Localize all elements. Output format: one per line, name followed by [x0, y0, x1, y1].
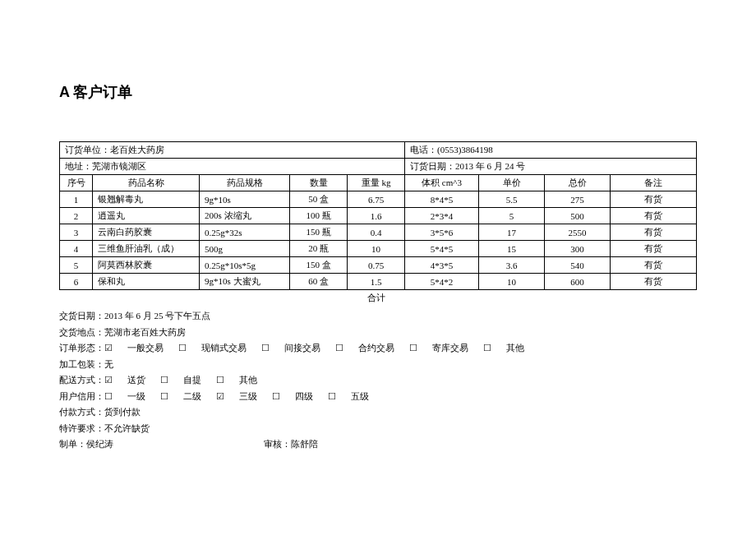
- cell-total_price: 2550: [545, 224, 611, 241]
- checkbox-option: ☐寄库交易: [409, 343, 468, 353]
- checkbox-checked-icon: ☑: [104, 341, 113, 355]
- table-row: 5阿莫西林胶囊0.25g*10s*5g150 盒0.754*3*53.6540有…: [60, 257, 697, 274]
- cell-seq: 2: [60, 208, 93, 224]
- cell-unit_price: 15: [479, 241, 545, 257]
- table-row: 6保和丸9g*10s 大蜜丸60 盒1.55*4*210600有货: [60, 274, 697, 290]
- checkbox-unchecked-icon: ☐: [409, 341, 417, 355]
- cell-weight: 1.6: [348, 208, 405, 224]
- checkbox-option: ☐二级: [160, 391, 201, 401]
- cell-weight: 6.75: [348, 191, 405, 208]
- option-label: 二级: [183, 391, 201, 401]
- checkbox-checked-icon: ☑: [104, 373, 113, 387]
- cell-total_price: 540: [545, 257, 611, 274]
- phone-label: 电话：: [410, 145, 437, 155]
- order-unit-cell: 订货单位：老百姓大药房: [60, 142, 405, 159]
- table-row: 1银翘解毒丸9g*10s50 盒6.758*4*55.5275有货: [60, 191, 697, 208]
- checkbox-unchecked-icon: ☐: [335, 341, 343, 355]
- checkbox-option: ☑送货: [104, 375, 145, 385]
- order-form-label: 订单形态：: [59, 343, 104, 353]
- preparer-value: 侯纪涛: [86, 439, 113, 449]
- col-spec: 药品规格: [200, 175, 290, 191]
- total-row: 合计: [60, 290, 697, 307]
- cell-spec: 9g*10s: [200, 191, 290, 208]
- option-label: 四级: [295, 391, 313, 401]
- cell-volume: 3*5*6: [405, 224, 479, 241]
- cell-weight: 10: [348, 241, 405, 257]
- cell-remark: 有货: [611, 257, 697, 274]
- cell-unit_price: 5.5: [479, 191, 545, 208]
- address-cell: 地址：芜湖市镜湖区: [60, 159, 405, 175]
- cell-qty: 100 瓶: [290, 208, 348, 224]
- payment: 付款方式：货到付款: [59, 405, 697, 419]
- checkbox-option: ☐四级: [272, 391, 313, 401]
- option-label: 寄库交易: [432, 343, 468, 353]
- option-label: 其他: [506, 343, 524, 353]
- checkbox-option: ☑三级: [216, 391, 257, 401]
- cell-unit_price: 3.6: [479, 257, 545, 274]
- col-remark: 备注: [611, 175, 697, 191]
- approver-label: 审核：: [264, 439, 291, 449]
- cell-qty: 150 盒: [290, 257, 348, 274]
- cell-qty: 150 瓶: [290, 224, 348, 241]
- cell-name: 银翘解毒丸: [93, 191, 200, 208]
- delivery-method-label: 配送方式：: [59, 375, 104, 385]
- address-label: 地址：: [65, 161, 92, 171]
- order-unit-label: 订货单位：: [65, 145, 110, 155]
- cell-remark: 有货: [611, 208, 697, 224]
- col-total-price: 总价: [545, 175, 611, 191]
- cell-seq: 1: [60, 191, 93, 208]
- checkbox-option: ☐其他: [216, 375, 257, 385]
- cell-total_price: 300: [545, 241, 611, 257]
- cell-seq: 3: [60, 224, 93, 241]
- checkbox-unchecked-icon: ☐: [328, 390, 336, 404]
- order-unit-value: 老百姓大药房: [110, 145, 164, 155]
- col-volume: 体积 cm^3: [405, 175, 479, 191]
- special: 特许要求：不允许缺货: [59, 422, 697, 436]
- order-header-table: 订货单位：老百姓大药房 电话：(0553)3864198 地址：芜湖市镜湖区 订…: [59, 141, 697, 306]
- cell-unit_price: 10: [479, 274, 545, 290]
- checkbox-option: ☐间接交易: [261, 343, 320, 353]
- order-date-cell: 订货日期：2013 年 6 月 24 号: [405, 159, 697, 175]
- cell-unit_price: 5: [479, 208, 545, 224]
- table-row: 3云南白药胶囊0.25g*32s150 瓶0.43*5*6172550有货: [60, 224, 697, 241]
- table-row: 4三维鱼肝油乳（成）500g20 瓶105*4*515300有货: [60, 241, 697, 257]
- address-value: 芜湖市镜湖区: [92, 161, 146, 171]
- total-label: 合计: [348, 290, 405, 307]
- checkbox-option: ☐合约交易: [335, 343, 394, 353]
- checkbox-option: ☑一般交易: [104, 343, 164, 353]
- checkbox-option: ☐五级: [328, 391, 369, 401]
- option-label: 送货: [127, 375, 145, 385]
- cell-spec: 9g*10s 大蜜丸: [200, 274, 290, 290]
- checkbox-unchecked-icon: ☐: [483, 341, 491, 355]
- credit-row: 用户信用：☐一级☐二级☑三级☐四级☐五级: [59, 390, 697, 404]
- cell-volume: 8*4*5: [405, 191, 479, 208]
- option-label: 三级: [239, 391, 257, 401]
- option-label: 合约交易: [358, 343, 394, 353]
- cell-seq: 4: [60, 241, 93, 257]
- delivery-method-row: 配送方式：☑送货☐自提☐其他: [59, 373, 697, 387]
- checkbox-unchecked-icon: ☐: [104, 390, 113, 404]
- cell-qty: 20 瓶: [290, 241, 348, 257]
- credit-label: 用户信用：: [59, 391, 104, 401]
- cell-spec: 500g: [200, 241, 290, 257]
- preparer-label: 制单：: [59, 439, 86, 449]
- cell-qty: 50 盒: [290, 191, 348, 208]
- cell-volume: 5*4*2: [405, 274, 479, 290]
- phone-value: (0553)3864198: [437, 145, 493, 155]
- checkbox-unchecked-icon: ☐: [261, 341, 270, 355]
- option-label: 其他: [239, 375, 257, 385]
- order-date-value: 2013 年 6 月 24 号: [455, 161, 525, 171]
- checkbox-unchecked-icon: ☐: [178, 341, 187, 355]
- cell-weight: 0.75: [348, 257, 405, 274]
- checkbox-option: ☐现销式交易: [178, 343, 247, 353]
- cell-spec: 0.25g*10s*5g: [200, 257, 290, 274]
- cell-total_price: 500: [545, 208, 611, 224]
- cell-seq: 5: [60, 257, 93, 274]
- order-date-label: 订货日期：: [410, 161, 455, 171]
- cell-weight: 1.5: [348, 274, 405, 290]
- cell-remark: 有货: [611, 224, 697, 241]
- option-label: 一般交易: [127, 343, 164, 353]
- cell-remark: 有货: [611, 191, 697, 208]
- checkbox-unchecked-icon: ☐: [272, 390, 280, 404]
- phone-cell: 电话：(0553)3864198: [405, 142, 697, 159]
